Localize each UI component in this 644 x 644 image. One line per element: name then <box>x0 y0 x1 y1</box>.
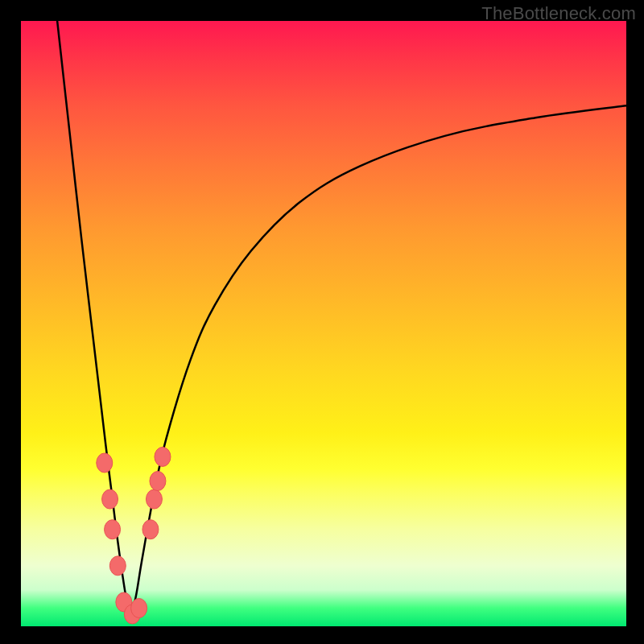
data-marker <box>109 556 126 576</box>
data-marker <box>155 447 171 466</box>
data-marker <box>131 598 147 617</box>
watermark-text: TheBottleneck.com <box>481 3 636 24</box>
data-markers <box>97 447 171 624</box>
curve-layer <box>21 21 626 626</box>
bottleneck-curve-right <box>130 105 626 620</box>
data-marker <box>102 489 118 509</box>
data-marker <box>105 520 121 539</box>
data-marker <box>146 489 162 509</box>
chart-frame: TheBottleneck.com <box>0 0 644 644</box>
data-marker <box>150 472 166 491</box>
data-marker <box>142 520 159 539</box>
data-marker <box>97 453 113 473</box>
plot-area <box>21 21 626 626</box>
